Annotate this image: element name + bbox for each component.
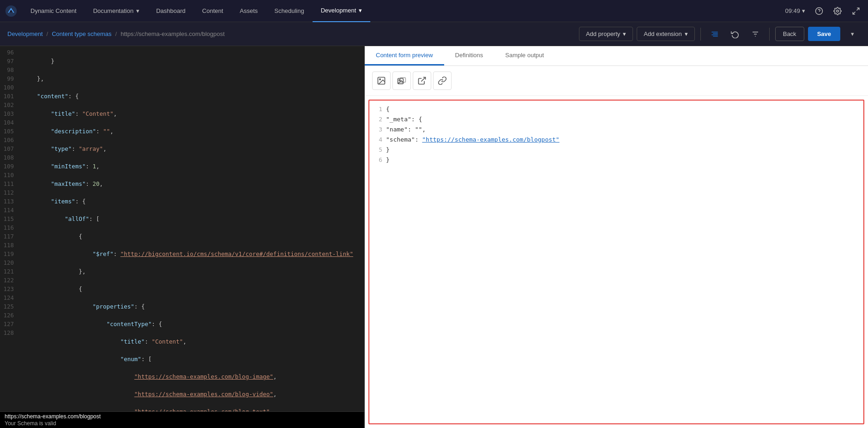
preview-clip-icon-btn[interactable] (433, 71, 452, 90)
chevron-down-icon: ▾ (802, 7, 805, 14)
code-editor[interactable]: 96979899100 101102103104105 106107108109… (0, 46, 364, 411)
add-property-button[interactable]: Add property ▾ (579, 27, 633, 41)
breadcrumb-sep-2: / (115, 30, 117, 37)
fullscreen-button[interactable] (848, 3, 864, 19)
add-extension-button[interactable]: Add extension ▾ (637, 27, 694, 41)
status-bar: https://schema-examples.com/blogpost You… (0, 411, 364, 428)
svg-point-3 (837, 10, 839, 12)
breadcrumb-development[interactable]: Development (7, 30, 43, 37)
top-nav: Dynamic Content Documentation ▾ Dashboar… (0, 0, 868, 22)
help-button[interactable] (811, 3, 827, 19)
settings-button[interactable] (829, 3, 846, 19)
svg-point-17 (399, 80, 400, 81)
chevron-down-icon: ▾ (623, 30, 626, 37)
code-editor-panel: 96979899100 101102103104105 106107108109… (0, 46, 365, 428)
svg-line-5 (853, 12, 855, 14)
preview-image-icon-btn[interactable] (372, 71, 391, 90)
svg-line-18 (421, 77, 425, 82)
back-button[interactable]: Back (775, 27, 804, 41)
line-numbers: 96979899100 101102103104105 106107108109… (0, 46, 19, 411)
nav-development[interactable]: Development ▾ (313, 0, 371, 22)
preview-link-icon-btn[interactable] (413, 71, 431, 90)
main-layout: 96979899100 101102103104105 106107108109… (0, 46, 868, 428)
code-content[interactable]: } }, "content": { "title": "Content", "d… (19, 46, 364, 411)
nav-dashboard[interactable]: Dashboard (148, 0, 194, 22)
format-button[interactable] (706, 26, 723, 42)
json-code: { "_meta": { "name": "", "schema": "http… (384, 101, 863, 169)
right-tabs: Content form preview Definitions Sample … (365, 46, 868, 66)
save-dropdown-button[interactable]: ▾ (844, 26, 861, 42)
chevron-down-icon: ▾ (685, 30, 688, 37)
breadcrumb-current: https://schema-examples.com/blogpost (121, 30, 224, 37)
nav-dynamic-content[interactable]: Dynamic Content (22, 0, 85, 22)
tab-definitions[interactable]: Definitions (444, 46, 494, 65)
svg-line-4 (857, 8, 859, 10)
toolbar-separator (700, 28, 701, 41)
preview-toolbar (365, 66, 868, 96)
nav-content[interactable]: Content (194, 0, 232, 22)
breadcrumb-content-type-schemas[interactable]: Content type schemas (52, 30, 111, 37)
nav-assets[interactable]: Assets (231, 0, 266, 22)
json-preview: 123456 { "_meta": { "name": "", "schema"… (369, 101, 863, 169)
history-button[interactable] (727, 26, 743, 42)
json-line-numbers: 123456 (369, 101, 384, 169)
status-valid-msg: Your Schema is valid (5, 420, 360, 427)
preview-images-icon-btn[interactable] (392, 71, 411, 90)
toolbar-separator-2 (769, 28, 770, 41)
save-button[interactable]: Save (808, 27, 840, 41)
status-url: https://schema-examples.com/blogpost (5, 413, 360, 420)
json-preview-content: 123456 { "_meta": { "name": "", "schema"… (368, 100, 864, 424)
nav-documentation[interactable]: Documentation ▾ (85, 0, 148, 22)
chevron-down-icon: ▾ (359, 7, 362, 14)
app-logo (0, 5, 22, 18)
breadcrumb-bar: Development / Content type schemas / htt… (0, 22, 868, 46)
breadcrumb-sep-1: / (47, 30, 48, 37)
right-panel: Content form preview Definitions Sample … (365, 46, 868, 428)
chevron-down-icon: ▾ (136, 7, 139, 14)
tab-sample-output[interactable]: Sample output (494, 46, 555, 65)
clock-display: 09:49 ▾ (781, 7, 809, 14)
nav-scheduling[interactable]: Scheduling (266, 0, 312, 22)
tab-content-form-preview[interactable]: Content form preview (365, 46, 444, 65)
filter-button[interactable] (747, 26, 764, 42)
svg-point-14 (380, 79, 381, 80)
